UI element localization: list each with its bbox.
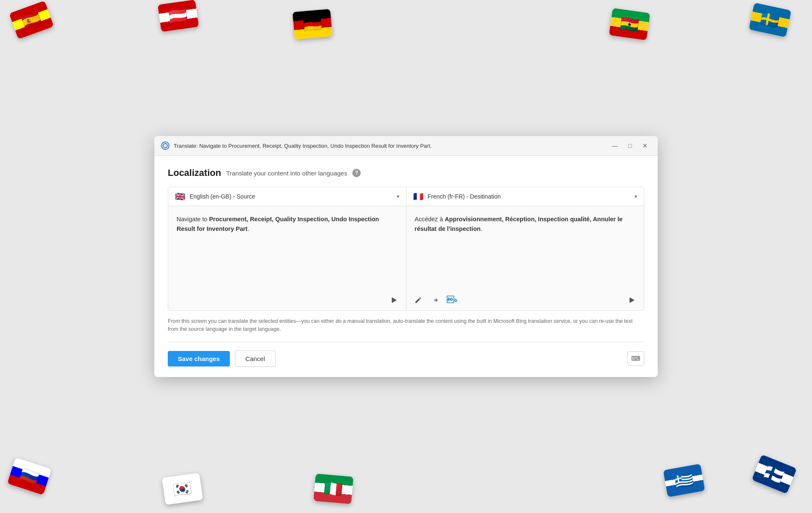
source-preview-button[interactable] (388, 293, 401, 307)
edit-icon (414, 296, 422, 304)
minimize-button[interactable]: — (609, 141, 621, 150)
target-chevron-icon: ▾ (635, 194, 637, 199)
target-panel-footer:  b (406, 290, 644, 310)
target-preview-button[interactable] (625, 293, 639, 307)
close-button[interactable]: ✕ (639, 141, 651, 150)
window-title: Translate: Navigate to Procurement, Rece… (174, 143, 605, 149)
source-panel: 🇬🇧 English (en-GB) - Source ▾ Navigate t… (168, 187, 406, 310)
dialog-footer: Save changes Cancel ⌨ (154, 342, 658, 377)
preview-icon (390, 296, 398, 304)
svg-rect-1 (392, 298, 393, 303)
bing-logo-icon: b (454, 296, 460, 304)
svg-marker-0 (392, 298, 397, 303)
window-controls: — □ ✕ (609, 141, 651, 150)
source-chevron-icon: ▾ (397, 194, 399, 199)
save-changes-button[interactable]: Save changes (168, 351, 230, 366)
edit-button[interactable] (411, 293, 425, 307)
keyboard-button[interactable]: ⌨ (627, 351, 644, 366)
titlebar: Translate: Navigate to Procurement, Rece… (154, 136, 658, 156)
svg-text:b: b (454, 298, 457, 303)
source-panel-body: Navigate to Procurement, Receipt, Qualit… (168, 206, 406, 290)
keyboard-icon: ⌨ (631, 355, 640, 362)
source-text: Navigate to Procurement, Receipt, Qualit… (177, 215, 398, 234)
dialog-content: Localization Translate your content into… (154, 156, 658, 342)
target-language-label: French (fr-FR) - Desitination (428, 193, 631, 200)
section-title: Localization (168, 168, 221, 178)
svg-rect-4 (630, 298, 630, 303)
target-language-selector[interactable]: 🇫🇷 French (fr-FR) - Desitination ▾ (406, 187, 644, 206)
source-panel-footer (168, 290, 406, 310)
section-subtitle: Translate your content into other langua… (226, 170, 347, 177)
section-header: Localization Translate your content into… (168, 168, 644, 178)
copy-source-icon (432, 296, 440, 304)
target-preview-icon (628, 296, 636, 304)
maximize-button[interactable]: □ (624, 141, 636, 150)
app-icon (161, 141, 169, 150)
target-panel-body: Accédez à Approvisionnement, Réception, … (406, 206, 644, 290)
svg-marker-3 (630, 298, 635, 303)
target-text: Accédez à Approvisionnement, Réception, … (415, 215, 636, 234)
help-icon[interactable]: ? (352, 169, 361, 177)
cancel-button[interactable]: Cancel (235, 351, 276, 367)
source-language-selector[interactable]: 🇬🇧 English (en-GB) - Source ▾ (168, 187, 406, 206)
target-panel: 🇫🇷 French (fr-FR) - Desitination ▾ Accéd… (406, 187, 644, 310)
dialog-window: Translate: Navigate to Procurement, Rece… (154, 136, 658, 377)
bing-translate-button[interactable]:  b (447, 293, 460, 307)
info-text: From this screen you can translate the s… (168, 311, 644, 342)
translation-panels: 🇬🇧 English (en-GB) - Source ▾ Navigate t… (168, 187, 644, 311)
target-flag: 🇫🇷 (413, 192, 424, 201)
copy-source-button[interactable] (429, 293, 442, 307)
source-flag: 🇬🇧 (175, 192, 185, 201)
bing-icon:  (447, 296, 454, 304)
source-language-label: English (en-GB) - Source (190, 193, 393, 200)
